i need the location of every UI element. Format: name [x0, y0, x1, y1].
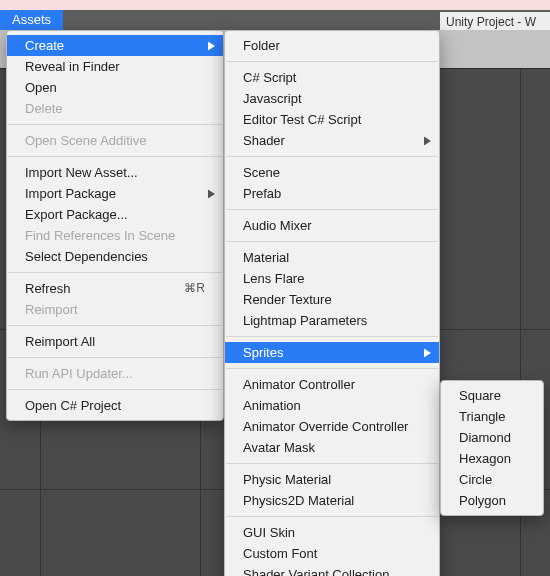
- menu-item-animator-override[interactable]: Animator Override Controller: [225, 416, 439, 437]
- menu-item-label: Folder: [243, 37, 280, 54]
- menu-item-custom-font[interactable]: Custom Font: [225, 543, 439, 564]
- menu-item-label: Polygon: [459, 492, 506, 509]
- menu-item-label: Open C# Project: [25, 397, 121, 414]
- menu-item-scene[interactable]: Scene: [225, 162, 439, 183]
- menu-item-label: Import Package: [25, 185, 116, 202]
- menu-item-label: Run API Updater...: [25, 365, 133, 382]
- menu-item-open[interactable]: Open: [7, 77, 223, 98]
- menu-item-label: Reveal in Finder: [25, 58, 120, 75]
- menu-item-label: Create: [25, 37, 64, 54]
- menu-item-sprite-hexagon[interactable]: Hexagon: [441, 448, 543, 469]
- menu-item-label: Animation: [243, 397, 301, 414]
- menu-separator: [8, 124, 222, 125]
- menu-item-lens-flare[interactable]: Lens Flare: [225, 268, 439, 289]
- menu-item-animator-controller[interactable]: Animator Controller: [225, 374, 439, 395]
- menu-item-shader-variant[interactable]: Shader Variant Collection: [225, 564, 439, 576]
- menu-item-label: Prefab: [243, 185, 281, 202]
- menu-item-label: Physic Material: [243, 471, 331, 488]
- menu-item-label: Export Package...: [25, 206, 128, 223]
- menu-item-label: Open Scene Additive: [25, 132, 146, 149]
- menu-item-shortcut: ⌘R: [160, 280, 205, 297]
- menu-item-label: Material: [243, 249, 289, 266]
- menu-item-folder[interactable]: Folder: [225, 35, 439, 56]
- menu-item-label: Editor Test C# Script: [243, 111, 361, 128]
- menu-item-label: Animator Override Controller: [243, 418, 408, 435]
- menu-create: Folder C# Script Javascript Editor Test …: [224, 30, 440, 576]
- menu-item-label: Diamond: [459, 429, 511, 446]
- menu-item-label: C# Script: [243, 69, 296, 86]
- submenu-arrow-icon: [208, 185, 215, 202]
- menu-item-label: Physics2D Material: [243, 492, 354, 509]
- submenu-arrow-icon: [424, 132, 431, 149]
- menu-item-physics2d-material[interactable]: Physics2D Material: [225, 490, 439, 511]
- menu-item-select-dependencies[interactable]: Select Dependencies: [7, 246, 223, 267]
- menu-item-sprite-triangle[interactable]: Triangle: [441, 406, 543, 427]
- menu-item-material[interactable]: Material: [225, 247, 439, 268]
- menu-item-label: Lens Flare: [243, 270, 304, 287]
- menu-item-label: Javascript: [243, 90, 302, 107]
- menu-item-label: Import New Asset...: [25, 164, 138, 181]
- menu-item-reimport-all[interactable]: Reimport All: [7, 331, 223, 352]
- menu-separator: [226, 209, 438, 210]
- menu-separator: [226, 516, 438, 517]
- menu-item-label: Reimport All: [25, 333, 95, 350]
- menu-item-import-package[interactable]: Import Package: [7, 183, 223, 204]
- menu-item-open-scene-additive: Open Scene Additive: [7, 130, 223, 151]
- menu-item-editor-test-script[interactable]: Editor Test C# Script: [225, 109, 439, 130]
- menu-item-label: Shader: [243, 132, 285, 149]
- menu-item-avatar-mask[interactable]: Avatar Mask: [225, 437, 439, 458]
- menu-item-audio-mixer[interactable]: Audio Mixer: [225, 215, 439, 236]
- menu-item-find-references: Find References In Scene: [7, 225, 223, 246]
- menu-item-gui-skin[interactable]: GUI Skin: [225, 522, 439, 543]
- menu-separator: [8, 357, 222, 358]
- menu-item-label: Audio Mixer: [243, 217, 312, 234]
- menu-item-export-package[interactable]: Export Package...: [7, 204, 223, 225]
- menu-separator: [8, 325, 222, 326]
- menu-item-open-csharp-project[interactable]: Open C# Project: [7, 395, 223, 416]
- menu-item-import-new-asset[interactable]: Import New Asset...: [7, 162, 223, 183]
- menu-separator: [8, 389, 222, 390]
- menu-item-csharp-script[interactable]: C# Script: [225, 67, 439, 88]
- menu-item-label: Custom Font: [243, 545, 317, 562]
- menu-item-label: Open: [25, 79, 57, 96]
- menu-item-label: Circle: [459, 471, 492, 488]
- menu-separator: [226, 241, 438, 242]
- menu-assets: Create Reveal in Finder Open Delete Open…: [6, 30, 224, 421]
- menu-item-reveal-in-finder[interactable]: Reveal in Finder: [7, 56, 223, 77]
- menu-item-run-api-updater: Run API Updater...: [7, 363, 223, 384]
- menu-item-sprite-diamond[interactable]: Diamond: [441, 427, 543, 448]
- menu-item-sprite-polygon[interactable]: Polygon: [441, 490, 543, 511]
- menu-item-animation[interactable]: Animation: [225, 395, 439, 416]
- menu-item-label: Select Dependencies: [25, 248, 148, 265]
- menu-item-render-texture[interactable]: Render Texture: [225, 289, 439, 310]
- menu-item-label: Hexagon: [459, 450, 511, 467]
- menu-item-create[interactable]: Create: [7, 35, 223, 56]
- menu-separator: [226, 156, 438, 157]
- menu-item-label: Square: [459, 387, 501, 404]
- menu-separator: [8, 156, 222, 157]
- menu-item-prefab[interactable]: Prefab: [225, 183, 439, 204]
- menu-item-label: Sprites: [243, 344, 283, 361]
- menu-item-label: GUI Skin: [243, 524, 295, 541]
- menu-item-sprite-square[interactable]: Square: [441, 385, 543, 406]
- window-chrome-top: [0, 0, 550, 10]
- menu-item-javascript[interactable]: Javascript: [225, 88, 439, 109]
- menu-sprites: Square Triangle Diamond Hexagon Circle P…: [440, 380, 544, 516]
- menu-item-label: Triangle: [459, 408, 505, 425]
- menu-item-sprite-circle[interactable]: Circle: [441, 469, 543, 490]
- menubar-assets[interactable]: Assets: [0, 10, 63, 30]
- menu-item-physic-material[interactable]: Physic Material: [225, 469, 439, 490]
- menu-item-label: Refresh: [25, 280, 71, 297]
- menu-separator: [226, 368, 438, 369]
- menu-item-label: Render Texture: [243, 291, 332, 308]
- menu-item-refresh[interactable]: Refresh ⌘R: [7, 278, 223, 299]
- menu-item-reimport: Reimport: [7, 299, 223, 320]
- menu-item-shader[interactable]: Shader: [225, 130, 439, 151]
- menu-separator: [8, 272, 222, 273]
- submenu-arrow-icon: [424, 344, 431, 361]
- menu-item-label: Find References In Scene: [25, 227, 175, 244]
- menu-separator: [226, 336, 438, 337]
- menu-item-lightmap-parameters[interactable]: Lightmap Parameters: [225, 310, 439, 331]
- menu-item-sprites[interactable]: Sprites: [225, 342, 439, 363]
- menu-item-label: Animator Controller: [243, 376, 355, 393]
